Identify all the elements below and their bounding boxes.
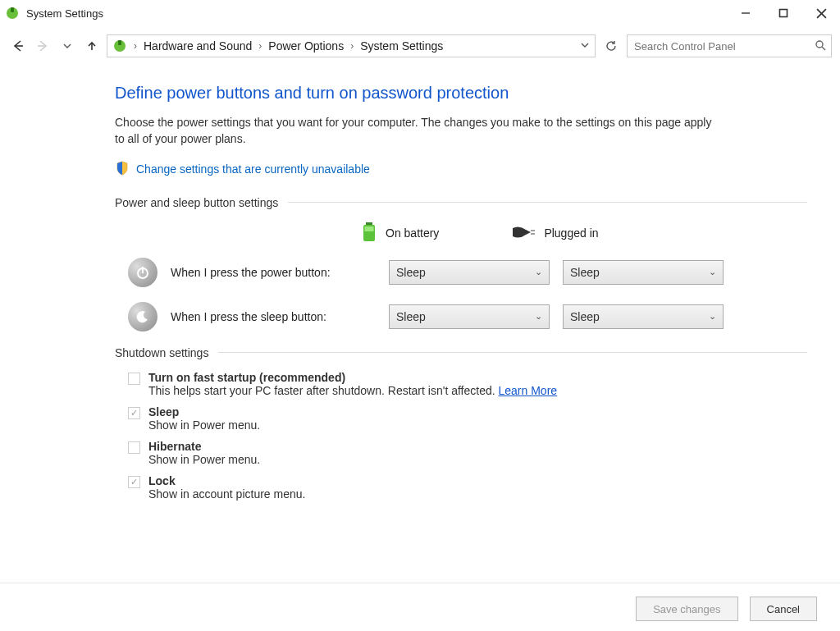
- chevron-right-icon: ›: [134, 40, 137, 52]
- select-value: Sleep: [396, 310, 426, 323]
- row-power-button: When I press the power button: Sleep ⌄ S…: [128, 258, 807, 287]
- titlebar: System Settings: [0, 0, 840, 26]
- checkbox[interactable]: ✓: [128, 407, 140, 419]
- svg-line-11: [822, 47, 825, 50]
- checkbox-lock: ✓ Lock Show in account picture menu.: [128, 474, 807, 501]
- checkbox[interactable]: ✓: [128, 476, 140, 488]
- checkbox-sub: This helps start your PC faster after sh…: [148, 384, 557, 397]
- select-value: Sleep: [396, 266, 426, 279]
- checkbox-sub: Show in account picture menu.: [148, 487, 305, 501]
- maximize-button[interactable]: [765, 0, 802, 26]
- col-on-battery: On battery: [361, 221, 439, 246]
- group-label: Power and sleep button settings: [115, 196, 278, 209]
- forward-button[interactable]: [33, 36, 52, 56]
- chevron-right-icon: ›: [258, 40, 262, 52]
- checkbox-sleep: ✓ Sleep Show in Power menu.: [128, 405, 807, 432]
- group-label: Shutdown settings: [115, 346, 208, 359]
- sleep-button-plugged-select[interactable]: Sleep ⌄: [563, 304, 724, 329]
- checkmark-icon: ✓: [130, 478, 138, 487]
- up-button[interactable]: [82, 36, 102, 56]
- footer-divider: [0, 583, 840, 583]
- content-area: Define power buttons and turn on passwor…: [0, 61, 840, 501]
- control-panel-icon: [112, 39, 127, 53]
- svg-rect-9: [118, 40, 121, 45]
- search-box[interactable]: [627, 34, 832, 57]
- row-power-label: When I press the power button:: [171, 266, 376, 279]
- divider: [288, 202, 807, 203]
- change-unavailable-link[interactable]: Change settings that are currently unava…: [136, 162, 370, 176]
- svg-rect-3: [780, 10, 788, 17]
- breadcrumb-hardware[interactable]: Hardware and Sound: [144, 39, 252, 53]
- checkbox-sub: Show in Power menu.: [148, 418, 260, 432]
- learn-more-link[interactable]: Learn More: [499, 384, 558, 397]
- column-headers: On battery Plugged in: [361, 221, 807, 246]
- close-button[interactable]: [802, 0, 840, 26]
- col-plugged-in: Plugged in: [511, 225, 598, 242]
- select-value: Sleep: [570, 310, 600, 323]
- checkbox-label: Hibernate: [148, 440, 260, 453]
- group-power-sleep: Power and sleep button settings: [115, 196, 807, 209]
- navigation-row: › Hardware and Sound › Power Options › S…: [0, 31, 840, 61]
- sleep-button-battery-select[interactable]: Sleep ⌄: [389, 304, 550, 329]
- col-plugged-label: Plugged in: [544, 226, 598, 240]
- checkbox-fast-startup: Turn on fast startup (recommended) This …: [128, 371, 807, 397]
- divider: [218, 352, 807, 353]
- cancel-button[interactable]: Cancel: [750, 597, 817, 621]
- search-input[interactable]: [632, 39, 815, 53]
- shutdown-settings-list: Turn on fast startup (recommended) This …: [128, 371, 807, 501]
- chevron-right-icon: ›: [350, 40, 354, 52]
- breadcrumb-power-options[interactable]: Power Options: [268, 39, 344, 53]
- app-icon: [5, 6, 20, 21]
- svg-rect-1: [11, 7, 14, 12]
- checkbox[interactable]: [128, 373, 140, 385]
- power-button-icon: [128, 258, 158, 287]
- checkbox-sub: Show in Power menu.: [148, 453, 260, 466]
- svg-point-10: [816, 41, 823, 48]
- checkbox[interactable]: [128, 441, 140, 454]
- address-bar[interactable]: › Hardware and Sound › Power Options › S…: [107, 34, 596, 57]
- power-button-battery-select[interactable]: Sleep ⌄: [389, 260, 550, 285]
- chevron-down-icon: ⌄: [535, 267, 542, 277]
- footer-buttons: Save changes Cancel: [636, 597, 817, 621]
- power-button-plugged-select[interactable]: Sleep ⌄: [563, 260, 724, 285]
- chevron-down-icon: ⌄: [709, 311, 716, 322]
- breadcrumb-system-settings[interactable]: System Settings: [360, 39, 443, 53]
- checkbox-hibernate: Hibernate Show in Power menu.: [128, 440, 807, 466]
- checkbox-label: Turn on fast startup (recommended): [148, 371, 557, 384]
- search-icon[interactable]: [815, 39, 826, 53]
- history-dropdown-button[interactable]: [57, 36, 77, 56]
- svg-rect-12: [366, 222, 372, 225]
- battery-icon: [361, 221, 377, 246]
- checkbox-label: Sleep: [148, 405, 260, 418]
- plug-icon: [511, 225, 536, 242]
- row-sleep-label: When I press the sleep button:: [171, 310, 376, 323]
- group-shutdown: Shutdown settings: [115, 346, 807, 359]
- chevron-down-icon: ⌄: [535, 311, 542, 322]
- sleep-button-icon: [128, 302, 158, 332]
- back-button[interactable]: [8, 36, 28, 56]
- shield-icon: [115, 161, 130, 178]
- chevron-down-icon: ⌄: [709, 267, 716, 277]
- select-value: Sleep: [570, 266, 600, 279]
- refresh-button[interactable]: [600, 35, 622, 57]
- checkmark-icon: ✓: [130, 409, 138, 418]
- page-description: Choose the power settings that you want …: [115, 114, 722, 148]
- checkbox-label: Lock: [148, 474, 305, 487]
- window-controls: [727, 0, 840, 26]
- save-changes-button[interactable]: Save changes: [636, 597, 737, 621]
- col-battery-label: On battery: [386, 226, 439, 240]
- shield-link-row: Change settings that are currently unava…: [115, 161, 807, 178]
- window-title: System Settings: [26, 7, 103, 20]
- page-headline: Define power buttons and turn on passwor…: [115, 84, 807, 103]
- addressbar-dropdown-button[interactable]: [580, 39, 590, 53]
- svg-rect-14: [365, 226, 374, 231]
- row-sleep-button: When I press the sleep button: Sleep ⌄ S…: [128, 302, 807, 332]
- minimize-button[interactable]: [727, 0, 765, 26]
